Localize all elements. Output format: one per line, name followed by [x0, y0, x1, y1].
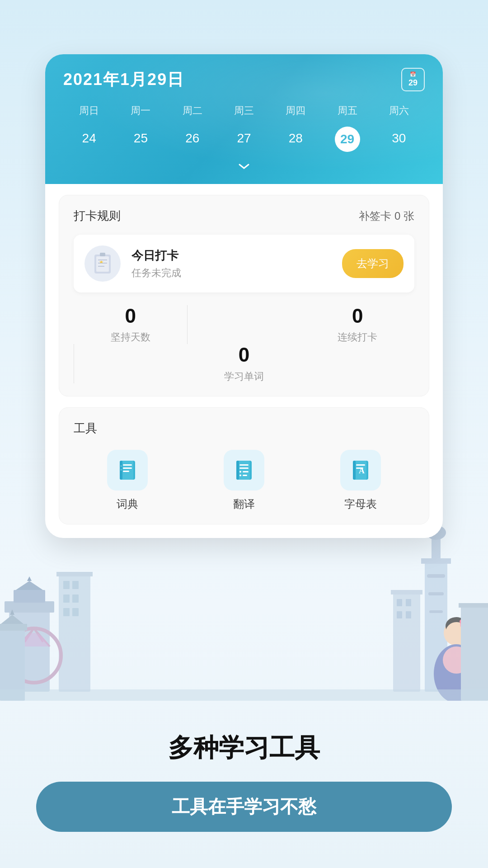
bottom-cta-button[interactable]: 工具在手学习不愁: [36, 782, 452, 832]
svg-rect-38: [391, 590, 422, 594]
svg-rect-68: [243, 475, 247, 476]
svg-point-65: [239, 471, 241, 472]
date-25[interactable]: 25: [115, 127, 166, 152]
svg-rect-74: [356, 467, 363, 469]
phone-card: 2021年1月29日 📅 29 周日 周一 周二 周三 周四 周五 周六 24 …: [45, 54, 443, 538]
tools-grid: 词典: [74, 450, 414, 511]
weekday-mon: 周一: [115, 102, 166, 119]
date-24[interactable]: 24: [63, 127, 115, 152]
svg-rect-43: [461, 606, 488, 701]
svg-rect-44: [459, 603, 488, 608]
stats-row: 0 坚持天数 0 连续打卡 0 学习单词: [74, 305, 414, 383]
svg-rect-9: [63, 594, 70, 603]
calendar-icon-button[interactable]: 📅 29: [401, 68, 425, 91]
tools-title: 工具: [74, 420, 414, 436]
svg-rect-61: [238, 461, 250, 480]
stat-consecutive-label: 连续打卡: [338, 330, 377, 344]
svg-marker-3: [16, 581, 43, 590]
svg-rect-5: [59, 574, 90, 692]
calendar-date-title: 2021年1月29日: [63, 69, 184, 91]
weekday-thu: 周四: [270, 102, 321, 119]
checkin-row: 今日打卡 任务未完成 去学习: [74, 235, 414, 292]
tool-dictionary-icon-wrap: [107, 450, 148, 491]
checkin-sub-text: 任务未完成: [131, 266, 342, 280]
date-27[interactable]: 27: [218, 127, 270, 152]
svg-rect-62: [236, 461, 239, 480]
weekday-tue: 周二: [167, 102, 218, 119]
checkin-icon-wrap: [84, 245, 121, 282]
svg-rect-40: [406, 599, 411, 606]
weekday-sun: 周日: [63, 102, 115, 119]
svg-rect-71: [353, 461, 356, 480]
svg-rect-28: [428, 592, 444, 595]
stat-words: 0 学习单词: [187, 344, 300, 383]
svg-rect-66: [243, 471, 249, 472]
checkin-section-title: 打卡规则: [74, 208, 121, 224]
svg-rect-55: [123, 467, 132, 469]
svg-rect-8: [72, 581, 79, 589]
stat-persist-label: 坚持天数: [111, 330, 150, 344]
stat-consecutive: 0 连续打卡: [301, 305, 414, 344]
svg-rect-56: [123, 471, 129, 472]
svg-rect-29: [429, 610, 443, 613]
alphabet-icon: A: [349, 459, 372, 481]
checkin-notebook-icon: [90, 251, 115, 276]
date-29-active[interactable]: 29: [335, 127, 360, 152]
svg-rect-27: [427, 574, 445, 578]
dictionary-icon: [116, 459, 139, 481]
stat-consecutive-number: 0: [352, 305, 363, 327]
tool-alphabet[interactable]: A 字母表: [307, 450, 414, 511]
stat-persist-days: 0 坚持天数: [74, 305, 187, 344]
stat-divider-2: [74, 344, 74, 383]
bottom-title: 多种学习工具: [36, 731, 452, 765]
tool-alphabet-label: 字母表: [344, 497, 377, 511]
dates-row: 24 25 26 27 28 29 30: [63, 127, 425, 152]
svg-rect-59: [121, 469, 122, 471]
svg-rect-63: [239, 464, 249, 466]
svg-rect-42: [406, 611, 411, 618]
svg-rect-73: [356, 464, 365, 466]
tool-alphabet-icon-wrap: A: [340, 450, 381, 491]
checkin-badge: 补签卡 0 张: [359, 209, 414, 223]
tool-dictionary[interactable]: 词典: [74, 450, 181, 511]
date-28[interactable]: 28: [270, 127, 321, 152]
svg-rect-64: [239, 467, 249, 469]
svg-marker-4: [27, 576, 32, 581]
calendar-expand-button[interactable]: [63, 158, 425, 179]
date-26[interactable]: 26: [167, 127, 218, 152]
svg-point-67: [239, 474, 241, 476]
tool-translate-label: 翻译: [233, 497, 255, 511]
svg-rect-6: [56, 572, 93, 576]
tool-translate-icon-wrap: [224, 450, 264, 491]
tools-card: 工具 词典: [59, 407, 429, 524]
svg-rect-20: [0, 624, 27, 631]
svg-rect-2: [14, 590, 45, 603]
stat-persist-number: 0: [125, 305, 136, 327]
svg-rect-10: [72, 594, 79, 603]
svg-rect-54: [123, 464, 132, 466]
translate-icon: [233, 459, 255, 481]
bottom-section: 多种学习工具 工具在手学习不愁: [0, 713, 488, 868]
checkin-section-card: 打卡规则 补签卡 0 张: [59, 195, 429, 396]
weekday-sat: 周六: [373, 102, 425, 119]
svg-rect-12: [72, 608, 79, 616]
svg-rect-7: [63, 581, 70, 589]
weekday-fri: 周五: [321, 102, 373, 119]
weekdays-row: 周日 周一 周二 周三 周四 周五 周六: [63, 102, 425, 119]
tool-dictionary-label: 词典: [117, 497, 138, 511]
stat-divider-1: [187, 305, 188, 344]
calendar-icon-num: 29: [408, 78, 418, 88]
svg-rect-11: [63, 608, 70, 616]
checkin-text-group: 今日打卡 任务未完成: [131, 248, 342, 280]
stat-words-label: 学习单词: [224, 370, 264, 383]
svg-rect-37: [393, 592, 420, 692]
study-button[interactable]: 去学习: [342, 249, 404, 278]
date-30[interactable]: 30: [373, 127, 425, 152]
svg-rect-45: [0, 689, 488, 701]
svg-rect-47: [96, 256, 109, 272]
stat-words-number: 0: [239, 344, 249, 366]
checkin-main-text: 今日打卡: [131, 248, 342, 264]
tool-translate[interactable]: 翻译: [190, 450, 298, 511]
section-header: 打卡规则 补签卡 0 张: [74, 208, 414, 224]
calendar-icon-top: 📅: [410, 71, 416, 77]
